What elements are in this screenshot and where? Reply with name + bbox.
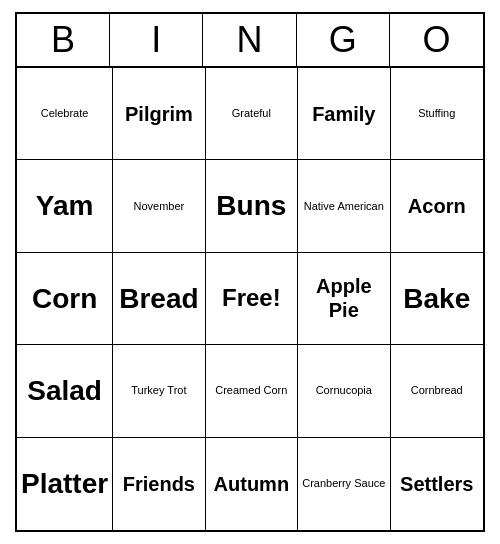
- bingo-header: BINGO: [17, 14, 483, 68]
- cell-label: Family: [312, 102, 375, 126]
- bingo-cell: Friends: [113, 438, 205, 530]
- cell-label: Native American: [304, 200, 384, 213]
- cell-label: Turkey Trot: [131, 384, 186, 397]
- cell-label: November: [134, 200, 185, 213]
- bingo-grid: CelebratePilgrimGratefulFamilyStuffingYa…: [17, 68, 483, 530]
- cell-label: Acorn: [408, 194, 466, 218]
- bingo-cell: Autumn: [206, 438, 298, 530]
- cell-label: Stuffing: [418, 107, 455, 120]
- bingo-cell: November: [113, 160, 205, 252]
- cell-label: Salad: [27, 374, 102, 408]
- bingo-cell: Bake: [391, 253, 483, 345]
- bingo-cell: Apple Pie: [298, 253, 390, 345]
- bingo-cell: Salad: [17, 345, 113, 437]
- header-letter-B: B: [17, 14, 110, 66]
- cell-label: Cranberry Sauce: [302, 477, 385, 490]
- cell-label: Free!: [222, 284, 281, 313]
- cell-label: Apple Pie: [302, 274, 385, 322]
- bingo-cell: Cornucopia: [298, 345, 390, 437]
- cell-label: Bread: [119, 282, 198, 316]
- header-letter-O: O: [390, 14, 483, 66]
- cell-label: Buns: [216, 189, 286, 223]
- bingo-cell: Platter: [17, 438, 113, 530]
- bingo-cell: Free!: [206, 253, 298, 345]
- cell-label: Corn: [32, 282, 97, 316]
- cell-label: Creamed Corn: [215, 384, 287, 397]
- bingo-cell: Bread: [113, 253, 205, 345]
- cell-label: Cornbread: [411, 384, 463, 397]
- bingo-card: BINGO CelebratePilgrimGratefulFamilyStuf…: [15, 12, 485, 532]
- bingo-cell: Turkey Trot: [113, 345, 205, 437]
- cell-label: Autumn: [214, 472, 290, 496]
- cell-label: Yam: [36, 189, 94, 223]
- cell-label: Friends: [123, 472, 195, 496]
- bingo-cell: Creamed Corn: [206, 345, 298, 437]
- cell-label: Bake: [403, 282, 470, 316]
- bingo-cell: Corn: [17, 253, 113, 345]
- header-letter-N: N: [203, 14, 296, 66]
- header-letter-I: I: [110, 14, 203, 66]
- bingo-cell: Pilgrim: [113, 68, 205, 160]
- cell-label: Pilgrim: [125, 102, 193, 126]
- bingo-cell: Native American: [298, 160, 390, 252]
- bingo-cell: Yam: [17, 160, 113, 252]
- cell-label: Cornucopia: [316, 384, 372, 397]
- bingo-cell: Family: [298, 68, 390, 160]
- bingo-cell: Acorn: [391, 160, 483, 252]
- bingo-cell: Cranberry Sauce: [298, 438, 390, 530]
- bingo-cell: Settlers: [391, 438, 483, 530]
- cell-label: Celebrate: [41, 107, 89, 120]
- header-letter-G: G: [297, 14, 390, 66]
- bingo-cell: Buns: [206, 160, 298, 252]
- cell-label: Settlers: [400, 472, 473, 496]
- bingo-cell: Grateful: [206, 68, 298, 160]
- cell-label: Platter: [21, 467, 108, 501]
- bingo-cell: Celebrate: [17, 68, 113, 160]
- cell-label: Grateful: [232, 107, 271, 120]
- bingo-cell: Cornbread: [391, 345, 483, 437]
- bingo-cell: Stuffing: [391, 68, 483, 160]
